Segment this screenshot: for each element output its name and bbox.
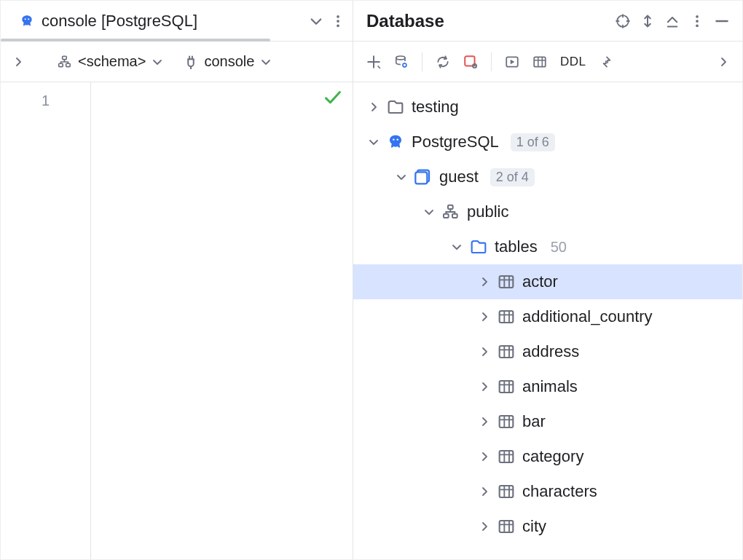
code-area[interactable] bbox=[91, 82, 353, 559]
tab-title: console [PostgreSQL] bbox=[42, 12, 197, 31]
database-toolbar: DDL bbox=[353, 42, 742, 82]
tree-node[interactable]: bar bbox=[353, 404, 742, 439]
expand-caret-icon[interactable] bbox=[479, 521, 490, 532]
database-tree[interactable]: testingPostgreSQL1 of 6guest2 of 4public… bbox=[353, 82, 742, 559]
tree-node[interactable]: PostgreSQL1 of 6 bbox=[353, 125, 742, 159]
tree-node-badge: 1 of 6 bbox=[511, 133, 555, 151]
editor-tab[interactable]: console [PostgreSQL] bbox=[15, 7, 202, 35]
tab-chevron-down-icon[interactable] bbox=[309, 14, 323, 28]
collapse-in-icon[interactable] bbox=[599, 55, 614, 69]
tree-node-label: PostgreSQL bbox=[412, 133, 499, 151]
chevron-down-icon bbox=[152, 56, 163, 68]
tree-node-label: category bbox=[522, 447, 583, 466]
divider bbox=[422, 52, 422, 71]
toolbar-chevron-right-icon[interactable] bbox=[718, 56, 729, 68]
schema-icon bbox=[442, 203, 460, 221]
expand-caret-icon[interactable] bbox=[423, 206, 435, 218]
tree-node[interactable]: additional_country bbox=[353, 299, 742, 334]
tree-node[interactable]: public bbox=[353, 194, 742, 229]
table-icon bbox=[498, 378, 515, 395]
crosshair-icon[interactable] bbox=[616, 14, 630, 28]
tree-node[interactable]: testing bbox=[353, 90, 742, 125]
tree-node-label: city bbox=[522, 517, 546, 536]
database-panel-header: Database bbox=[353, 1, 742, 42]
folder-gray-icon bbox=[387, 98, 404, 116]
panel-title: Database bbox=[366, 11, 444, 31]
tree-node-label: actor bbox=[522, 272, 558, 291]
tree-node-label: bar bbox=[522, 412, 546, 431]
tree-node[interactable]: city bbox=[353, 509, 742, 544]
session-label: console bbox=[204, 53, 254, 70]
expand-caret-icon[interactable] bbox=[479, 276, 490, 288]
tree-node-label: tables bbox=[495, 237, 538, 256]
expand-caret-icon[interactable] bbox=[368, 136, 380, 148]
tree-node-label: testing bbox=[412, 98, 459, 117]
add-icon[interactable] bbox=[366, 55, 381, 69]
ddl-button[interactable]: DDL bbox=[560, 55, 586, 69]
refresh-icon[interactable] bbox=[436, 55, 450, 69]
expand-caret-icon[interactable] bbox=[479, 346, 490, 358]
tree-node[interactable]: tables50 bbox=[353, 229, 742, 264]
tree-node[interactable]: characters bbox=[353, 474, 742, 509]
editor-toolbar: <schema> console bbox=[1, 42, 353, 82]
table-icon bbox=[498, 343, 515, 360]
tab-active-underline bbox=[1, 39, 270, 42]
gutter: 1 bbox=[1, 82, 91, 559]
table-icon bbox=[498, 413, 515, 430]
checkmark-icon[interactable] bbox=[323, 90, 342, 109]
tree-node-label: guest bbox=[439, 167, 479, 186]
expand-caret-icon[interactable] bbox=[479, 311, 490, 323]
datasource-properties-icon[interactable] bbox=[394, 55, 409, 69]
postgres-icon bbox=[20, 14, 34, 28]
collapse-chevron-icon[interactable] bbox=[12, 56, 24, 68]
tree-node-count: 50 bbox=[551, 239, 567, 256]
divider bbox=[491, 52, 492, 71]
code-editor[interactable]: 1 bbox=[1, 82, 353, 559]
tree-node-label: public bbox=[467, 202, 508, 221]
tree-node-badge: 2 of 4 bbox=[490, 168, 535, 186]
editor-tabbar: console [PostgreSQL] bbox=[1, 1, 353, 42]
edit-table-icon[interactable] bbox=[532, 55, 547, 69]
table-icon bbox=[498, 273, 515, 291]
expand-caret-icon[interactable] bbox=[479, 451, 490, 462]
minimize-icon[interactable] bbox=[715, 14, 729, 28]
expand-caret-icon[interactable] bbox=[479, 486, 490, 497]
collapse-up-icon[interactable] bbox=[665, 14, 680, 28]
expand-vertical-icon[interactable] bbox=[640, 14, 655, 28]
tree-node-label: address bbox=[522, 342, 579, 361]
session-selector[interactable]: console bbox=[184, 53, 272, 70]
elephant-icon bbox=[387, 133, 404, 151]
table-icon bbox=[498, 518, 515, 535]
tree-node-label: characters bbox=[522, 482, 597, 501]
table-icon bbox=[498, 448, 515, 465]
schema-selector[interactable]: <schema> bbox=[58, 53, 163, 70]
expand-caret-icon[interactable] bbox=[479, 416, 490, 427]
tree-node[interactable]: guest2 of 4 bbox=[353, 159, 742, 194]
run-console-icon[interactable] bbox=[505, 55, 519, 69]
tab-options-icon[interactable] bbox=[331, 14, 345, 28]
tree-node[interactable]: animals bbox=[353, 369, 742, 404]
tree-node[interactable]: actor bbox=[353, 264, 742, 299]
tree-node-label: additional_country bbox=[522, 307, 653, 326]
expand-caret-icon[interactable] bbox=[451, 241, 463, 253]
stop-icon[interactable] bbox=[463, 55, 478, 69]
expand-caret-icon[interactable] bbox=[479, 381, 490, 393]
expand-caret-icon[interactable] bbox=[396, 171, 407, 183]
folder-blue-icon bbox=[470, 238, 487, 256]
panel-options-icon[interactable] bbox=[690, 14, 704, 28]
schema-label: <schema> bbox=[78, 53, 146, 70]
expand-caret-icon[interactable] bbox=[368, 101, 380, 113]
tree-node[interactable]: address bbox=[353, 334, 742, 369]
plug-icon bbox=[184, 55, 198, 69]
tree-node[interactable]: category bbox=[353, 439, 742, 474]
table-icon bbox=[498, 483, 515, 500]
line-number: 1 bbox=[1, 92, 90, 109]
table-icon bbox=[498, 308, 515, 326]
tree-node-label: animals bbox=[522, 377, 578, 396]
schema-icon bbox=[58, 55, 72, 69]
db-blue-icon bbox=[414, 168, 432, 186]
chevron-down-icon bbox=[260, 56, 272, 68]
